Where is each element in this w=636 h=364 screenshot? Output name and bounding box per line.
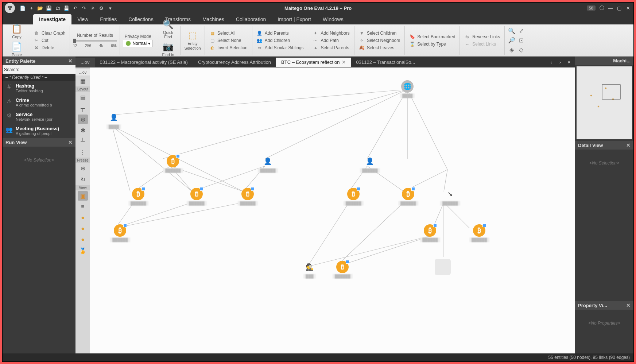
qat-dropdown-icon[interactable]: ▾ bbox=[106, 4, 114, 12]
close-runview-icon[interactable]: ✕ bbox=[68, 139, 73, 145]
tab-menu-icon[interactable]: ▾ bbox=[565, 58, 573, 66]
privacy-mode-dropdown[interactable]: 🟢Normal▾ bbox=[123, 40, 153, 47]
zoom-fit-icon[interactable]: ⤢ bbox=[517, 27, 525, 35]
node-btc-7[interactable]: ₿██████ bbox=[110, 224, 130, 242]
tab-view[interactable]: View bbox=[71, 14, 94, 24]
zoom-out-icon[interactable]: 🔎 bbox=[508, 36, 516, 44]
tab-machines[interactable]: Machines bbox=[197, 14, 230, 24]
view-dot-orange-icon[interactable]: ● bbox=[78, 213, 88, 222]
layout-circular-icon[interactable]: ⊚ bbox=[78, 115, 88, 124]
maximize-icon[interactable]: ▢ bbox=[615, 4, 623, 12]
settings-gear-icon[interactable]: ✳ bbox=[89, 4, 97, 12]
node-btc-6[interactable]: ₿██████ bbox=[398, 188, 418, 206]
select-by-type-button[interactable]: ⌛Select by Type bbox=[408, 41, 457, 47]
node-btc-8[interactable]: ₿██████ bbox=[420, 224, 440, 242]
clear-graph-button[interactable]: 🗑Clear Graph bbox=[32, 30, 67, 36]
tab-entities[interactable]: Entities bbox=[94, 14, 123, 24]
node-person-1[interactable]: 👤████ bbox=[106, 111, 121, 129]
node-root[interactable]: 🌐████ bbox=[400, 80, 415, 98]
close-property-icon[interactable]: ✕ bbox=[626, 302, 631, 308]
layout-organic-icon[interactable]: ✱ bbox=[78, 125, 88, 135]
overview-tab[interactable]: ...ov bbox=[75, 69, 90, 75]
layout-hierarchy-icon[interactable]: ┬ bbox=[78, 104, 88, 113]
node-arrow[interactable]: ↘██████ bbox=[440, 188, 460, 206]
select-none-button[interactable]: ▢Select None bbox=[208, 37, 249, 44]
node-btc-9[interactable]: ₿██████ bbox=[469, 224, 489, 242]
graph-tab-ov[interactable]: ...ov bbox=[75, 58, 95, 67]
view-ribbon-icon[interactable]: 🏅 bbox=[78, 246, 88, 255]
node-agent[interactable]: 🕵███ bbox=[303, 261, 316, 279]
entity-selection-button[interactable]: ⬚Entity Selection bbox=[183, 30, 202, 50]
quick-find-button[interactable]: 🔍Quick Find bbox=[159, 19, 177, 39]
refresh-icon[interactable]: ↻ bbox=[78, 175, 88, 184]
graph-tab-3[interactable]: BTC – Ecosystem reflection✕ bbox=[276, 58, 351, 67]
node-btc-10[interactable]: ₿██████ bbox=[333, 261, 353, 279]
view-dot2-icon[interactable]: ● bbox=[78, 235, 88, 244]
select-neighbors-button[interactable]: ✧Select Neighbors bbox=[357, 37, 402, 44]
node-btc-4[interactable]: ₿██████ bbox=[238, 188, 258, 206]
new-icon[interactable]: 📄 bbox=[19, 4, 27, 12]
delete-button[interactable]: ✖Delete bbox=[32, 44, 67, 51]
save-as-icon[interactable]: 💾 bbox=[62, 4, 70, 12]
close-palette-icon[interactable]: ✕ bbox=[68, 58, 73, 64]
view-badge-icon[interactable]: ▣ bbox=[78, 191, 88, 201]
select-bookmarked-button[interactable]: 🔖Select Bookmarked bbox=[408, 34, 457, 40]
layout-tree-icon[interactable]: ┴ bbox=[78, 136, 88, 146]
manage-icon[interactable]: ⚙ bbox=[97, 4, 105, 12]
machines-panel-tab[interactable]: Machi... bbox=[613, 58, 631, 63]
select-leaves-button[interactable]: 🍂Select Leaves bbox=[357, 44, 402, 51]
add-path-button[interactable]: ⋯Add Path bbox=[311, 37, 351, 44]
zoom-other-icon[interactable]: ◇ bbox=[517, 46, 525, 54]
graph-canvas[interactable]: 🌐████ 👤████ ₿██████ 👤██████ 👤██████ ₿███… bbox=[90, 67, 575, 353]
paste-button[interactable]: 📄Paste bbox=[8, 42, 26, 57]
palette-item-service[interactable]: ⚙ ServiceNetwork service (por bbox=[3, 109, 75, 124]
minimap[interactable] bbox=[577, 66, 632, 139]
close-icon[interactable]: ✕ bbox=[624, 4, 632, 12]
node-btc-5[interactable]: ₿██████ bbox=[344, 188, 364, 206]
node-btc-3[interactable]: ₿██████ bbox=[187, 188, 207, 206]
close-detail-icon[interactable]: ✕ bbox=[626, 142, 631, 148]
tab-prev-icon[interactable]: ‹ bbox=[547, 58, 555, 66]
tab-windows[interactable]: Windows bbox=[317, 14, 349, 24]
cut-button[interactable]: ✂Cut bbox=[32, 37, 67, 44]
notification-badge[interactable]: 58 bbox=[587, 5, 596, 11]
freeze-icon[interactable]: ❄ bbox=[78, 164, 88, 173]
layout-block-icon[interactable]: ▤ bbox=[78, 93, 88, 102]
save-icon[interactable]: 💾 bbox=[45, 4, 53, 12]
node-btc-2[interactable]: ₿██████ bbox=[128, 188, 148, 206]
select-children-button[interactable]: ▼Select Children bbox=[357, 30, 402, 36]
graph-tab-2[interactable]: Cryptocurrency Address Attribution bbox=[193, 58, 276, 67]
add-parents-button[interactable]: 👤Add Parents bbox=[255, 30, 305, 36]
save-all-icon[interactable]: 🗂 bbox=[54, 4, 62, 12]
undo-icon[interactable]: ↶ bbox=[71, 4, 79, 12]
tab-next-icon[interactable]: › bbox=[556, 58, 564, 66]
palette-item-meeting[interactable]: 👥 Meeting (Business)A gathering of peopl bbox=[3, 124, 75, 138]
layout-other-icon[interactable]: ⋮ bbox=[78, 147, 88, 157]
select-all-button[interactable]: ▦Select All bbox=[208, 30, 249, 36]
view-list-icon[interactable]: ≡ bbox=[78, 202, 88, 212]
open-icon[interactable]: 📂 bbox=[36, 4, 44, 12]
redo-icon[interactable]: ↷ bbox=[80, 4, 88, 12]
results-slider[interactable] bbox=[73, 40, 117, 42]
palette-item-crime[interactable]: ⚠ CrimeA crime committed b bbox=[3, 95, 75, 109]
add-similar-siblings-button[interactable]: ⇔Add Similar Siblings bbox=[255, 44, 305, 51]
add-children-button[interactable]: 👥Add Children bbox=[255, 37, 305, 44]
node-btc-1[interactable]: ₿██████ bbox=[163, 155, 183, 173]
add-icon[interactable]: ＋ bbox=[27, 4, 35, 12]
zoom-in-icon[interactable]: 🔍 bbox=[508, 27, 516, 35]
graph-tab-1[interactable]: 031122 – Macroregional activity (SE Asia… bbox=[95, 58, 193, 67]
close-tab-icon[interactable]: ✕ bbox=[342, 59, 346, 65]
graph-tab-4[interactable]: 031122 – TransactionalSo... bbox=[351, 58, 420, 67]
view-dot-icon[interactable]: ● bbox=[78, 224, 88, 233]
add-neighbors-button[interactable]: ✦Add Neighbors bbox=[311, 30, 351, 36]
search-input[interactable] bbox=[20, 66, 77, 73]
tab-investigate[interactable]: Investigate bbox=[33, 14, 71, 24]
reverse-links-button[interactable]: ⇆Reverse Links bbox=[463, 34, 501, 40]
info-icon[interactable]: ⓘ bbox=[598, 4, 606, 12]
node-wallet-group[interactable] bbox=[435, 259, 451, 275]
zoom-100-icon[interactable]: ⊡ bbox=[517, 36, 525, 44]
tab-collections[interactable]: Collections bbox=[123, 14, 159, 24]
copy-button[interactable]: 📋Copy bbox=[8, 24, 26, 39]
palette-item-hashtag[interactable]: # HashtagTwitter hashtag bbox=[3, 81, 75, 95]
select-parents-button[interactable]: ▲Select Parents bbox=[311, 44, 351, 51]
